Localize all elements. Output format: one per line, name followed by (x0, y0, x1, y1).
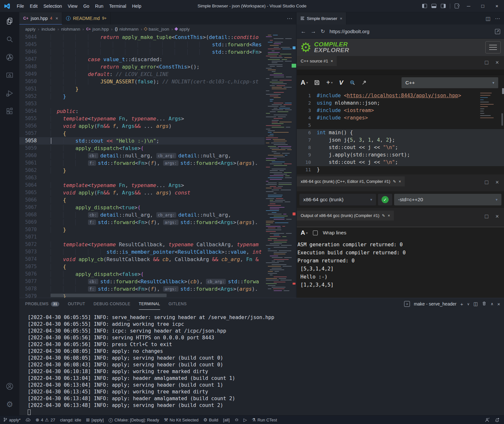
open-external-icon[interactable]: ↗ (495, 29, 500, 34)
source-control-icon[interactable] (0, 48, 19, 66)
maximize-pane-icon[interactable]: □ (485, 59, 489, 66)
code-line-5047[interactable]: 5047 case value_t::discarded: (19, 56, 296, 63)
code-line-5059[interactable]: 5059 apply_dispatch<false>( (19, 145, 296, 152)
close-tab-icon[interactable]: × (340, 16, 343, 21)
code-line-5073[interactable]: 5073 std::is_member_pointer<ResultCallba… (19, 248, 296, 256)
status-cmake-build[interactable]: ⚙Build (203, 418, 218, 422)
source-line-7[interactable]: 7 json j{5, 3, 1, 4, 2}; (297, 137, 504, 144)
code-line-5055[interactable]: 5055 template<typename Fn, typename... A… (19, 115, 296, 122)
save-icon[interactable] (314, 80, 320, 85)
toggle-panel-icon[interactable] (431, 4, 436, 8)
minimap[interactable] (265, 33, 292, 294)
kill-terminal-icon[interactable] (482, 301, 487, 307)
terminal-task-label[interactable]: make - serve_header (414, 301, 456, 306)
code-line-5065[interactable]: 5065 void apply(Fn&& f, Args&& ... args)… (19, 189, 296, 196)
status-cmake-status[interactable]: iCMake: [Debug]: Ready (109, 417, 159, 422)
source-tab[interactable]: C++ source #1 × (297, 56, 337, 66)
code-line-5050[interactable]: 5050 JSON_ASSERT(false); // NOLINT(cert-… (19, 78, 296, 85)
code-line-5062[interactable]: 5062 } (19, 167, 296, 174)
rename-icon[interactable]: ✎ (382, 213, 385, 218)
wrap-lines-checkbox[interactable] (313, 231, 318, 235)
code-line-5054[interactable]: 5054 public: (19, 108, 296, 115)
code-line-5076[interactable]: 5076 apply_dispatch<false>( (19, 270, 296, 278)
menu-help[interactable]: Help (129, 0, 144, 12)
code-line-5074[interactable]: 5074 void apply_cb(ResultCallback && cb,… (19, 256, 296, 263)
code-line-5053[interactable]: 5053 (19, 100, 296, 108)
breadcrumb-item-nlohmann[interactable]: {}nlohmann (115, 27, 139, 32)
close-pane-icon[interactable]: × (495, 213, 499, 220)
overview-ruler[interactable] (292, 33, 296, 298)
source-line-10[interactable]: 10 std::cout << j << "\n"; (297, 159, 504, 166)
panel-tab-debug-console[interactable]: DEBUG CONSOLE (93, 298, 130, 310)
compiler-args-input[interactable]: -std=c++20 ▾ (394, 194, 501, 205)
more-actions-icon[interactable]: ⋯ (495, 15, 500, 22)
source-line-9[interactable]: 9 j.apply(std::ranges::sort); (297, 151, 504, 159)
split-editor-icon[interactable]: ◫ (486, 15, 490, 22)
source-line-3[interactable]: 3#include <iostream> (297, 107, 504, 114)
breadcrumb-item-basic_json[interactable]: basic_json (144, 27, 169, 32)
pin-icon[interactable] (362, 80, 367, 85)
add-pane-button[interactable]: +▾ (326, 79, 333, 86)
status-problems[interactable]: ⊗4⚠27 (35, 418, 55, 422)
panel-tab-gitlens[interactable]: GITLENS (169, 298, 187, 310)
explorer-icon[interactable] (0, 12, 19, 30)
status-cmake-kit[interactable]: ⚒No Kit Selected (164, 418, 199, 422)
customize-layout-icon[interactable] (455, 4, 459, 8)
font-size-button[interactable]: A▾ (301, 79, 308, 86)
maximize-pane-icon[interactable]: □ (485, 179, 489, 186)
rename-icon[interactable]: ✎ (393, 179, 396, 184)
settings-gear-icon[interactable]: ⚙ (0, 395, 19, 413)
code-line-5061[interactable]: 5061 f:std::forward<Fn>(f), args:std::fo… (19, 159, 296, 167)
code-editor[interactable]: 5044 return apply_make_tuple<ConstThis>(… (19, 33, 296, 298)
code-line-5077[interactable]: 5077 cb:std::forward<ResultCallback>(cb)… (19, 278, 296, 285)
code-line-5070[interactable]: 5070 } (19, 226, 296, 233)
code-line-5046[interactable]: 5046 std::forward<Fn> (19, 48, 296, 56)
code-line-5075[interactable]: 5075 { (19, 263, 296, 270)
tab-simple-browser[interactable]: Simple Browser × (297, 12, 346, 24)
code-line-5067[interactable]: 5067 apply_dispatch<true>( (19, 204, 296, 211)
toggle-sidebar-icon[interactable] (422, 4, 427, 8)
hamburger-menu-icon[interactable] (485, 41, 501, 53)
menu-view[interactable]: View (65, 0, 80, 12)
code-line-5064[interactable]: 5064 template<typename Fn, typename... A… (19, 182, 296, 189)
status-build-target[interactable]: [all] (223, 418, 229, 422)
code-line-5052[interactable]: 5052 } (19, 93, 296, 100)
code-line-5048[interactable]: 5048 return apply_error<ConstThis>(); (19, 63, 296, 71)
webview-scrollbar[interactable] (502, 88, 504, 94)
status-publish-changes[interactable] (25, 418, 31, 422)
terminal-output[interactable]: [2022-04-30 06:05:55] INFO: serve_header… (19, 310, 504, 417)
status-active-project[interactable]: ⊞[apply] (86, 418, 104, 422)
menu-file[interactable]: File (14, 0, 27, 12)
tab-json-hpp[interactable]: C+ json.hpp 4 × (19, 12, 62, 24)
source-line-11[interactable]: 11} (297, 166, 504, 174)
code-line-5058[interactable]: 5058 std::cout << "Hello :-)\n"; (19, 137, 296, 145)
menu-terminal[interactable]: Terminal (106, 0, 129, 12)
source-line-6[interactable]: 6int main() { (297, 129, 504, 137)
compiler-tab[interactable]: x86-64 gcc (trunk) (C++, Editor #1, Comp… (297, 176, 405, 186)
status-debug-target[interactable] (235, 418, 239, 422)
close-tab-icon[interactable]: × (55, 16, 58, 21)
source-line-5[interactable]: 5 (297, 122, 504, 129)
code-line-5056[interactable]: 5056 void apply(Fn&& f, Args&& ... args) (19, 122, 296, 130)
status-run-ctest[interactable]: ⚗Run CTest (252, 418, 277, 422)
menu-go[interactable]: Go (80, 0, 92, 12)
reload-icon[interactable]: ↻ (321, 28, 325, 34)
close-icon[interactable]: × (388, 213, 390, 218)
code-line-5071[interactable]: 5071 (19, 233, 296, 241)
code-line-5060[interactable]: 5060 cb:detail::null_arg, cb_arg:detail:… (19, 152, 296, 159)
back-icon[interactable]: ← (301, 28, 306, 35)
status-clangd-status[interactable]: clangd: idle (60, 418, 81, 422)
run-debug-icon[interactable] (0, 84, 19, 102)
source-code-editor[interactable]: 1#include <https://localhost:8443/apply/… (297, 90, 504, 174)
panel-tab-terminal[interactable]: TERMINAL (139, 298, 160, 310)
menu-run[interactable]: Run (92, 0, 106, 12)
breadcrumb-item-apply[interactable]: apply (175, 27, 189, 32)
notifications-bell-icon[interactable] (495, 418, 499, 422)
close-pane-icon[interactable]: × (495, 179, 499, 186)
source-line-1[interactable]: 1#include <https://localhost:8443/apply/… (297, 92, 504, 99)
panel-tab-problems[interactable]: PROBLEMS31 (25, 298, 59, 310)
breadcrumb-item-include[interactable]: include (42, 27, 55, 32)
menu-selection[interactable]: Selection (41, 0, 65, 12)
compiler-select[interactable]: x86-64 gcc (trunk) ▾ (299, 194, 376, 205)
zoom-search-icon[interactable] (350, 80, 355, 85)
